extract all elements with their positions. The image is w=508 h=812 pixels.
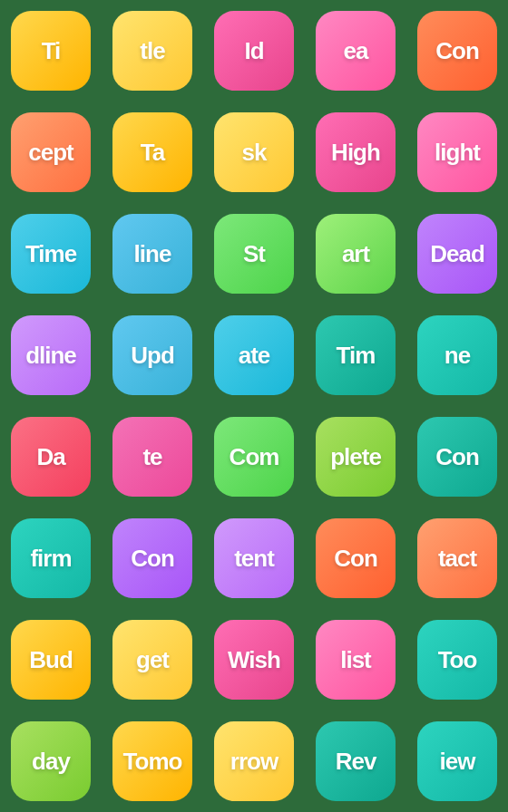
highlight-badge-2[interactable]: light	[417, 112, 497, 192]
budget-badge-2[interactable]: get	[112, 620, 192, 700]
confirm-badge-2-text: firm	[30, 545, 71, 573]
task-badge-2[interactable]: sk	[214, 112, 294, 192]
today-badge-1-text: day	[32, 748, 70, 776]
start-badge-1[interactable]: St	[214, 214, 294, 294]
deadline-badge-1[interactable]: Dead	[417, 214, 497, 294]
budget-badge-2-text: get	[136, 646, 169, 674]
time-badge-1[interactable]: Tim	[316, 315, 396, 395]
idea-badge-2-text: ea	[344, 37, 368, 65]
content-badge-2-text: tent	[234, 545, 274, 573]
time-badge-1-text: Tim	[337, 342, 376, 370]
timeline-badge-2[interactable]: line	[112, 214, 192, 294]
date-badge-2[interactable]: te	[112, 417, 192, 497]
complete-badge-1[interactable]: Com	[214, 417, 294, 497]
concept-badge-2[interactable]: cept	[11, 112, 91, 192]
deadline-badge-1-text: Dead	[430, 240, 484, 268]
budget-badge-1[interactable]: Bud	[11, 620, 91, 700]
tomorrow-badge-2-text: rrow	[230, 748, 278, 776]
time-badge-2-text: ne	[444, 342, 470, 370]
time-badge-2[interactable]: ne	[417, 315, 497, 395]
highlight-badge-2-text: light	[435, 139, 480, 167]
complete-badge-1-text: Com	[230, 443, 279, 471]
start-badge-2[interactable]: art	[316, 214, 396, 294]
tomorrow-badge-1[interactable]: Tomo	[112, 721, 192, 801]
task-badge-1-text: Ta	[141, 139, 164, 167]
tool-badge-1-text: Too	[438, 646, 477, 674]
complete-badge-2[interactable]: plete	[316, 417, 396, 497]
content-badge-1[interactable]: Con	[112, 518, 192, 598]
title-badge-2-text: tle	[140, 37, 164, 65]
wishlist-badge-1-text: Wish	[228, 646, 280, 674]
contact-badge-2[interactable]: tact	[417, 518, 497, 598]
update-badge-2[interactable]: ate	[214, 315, 294, 395]
deadline-badge-2[interactable]: dline	[11, 315, 91, 395]
tool-badge-1[interactable]: Too	[417, 620, 497, 700]
concept-badge-1[interactable]: Con	[417, 11, 497, 91]
tomorrow-badge-2[interactable]: rrow	[214, 721, 294, 801]
title-badge-2[interactable]: tle	[112, 11, 192, 91]
concept-badge-1-text: Con	[435, 37, 479, 65]
title-badge-1[interactable]: Ti	[11, 11, 91, 91]
highlight-badge-1[interactable]: High	[316, 112, 396, 192]
deadline-badge-2-text: dline	[25, 342, 76, 370]
date-badge-1-text: Da	[36, 443, 64, 471]
timeline-badge-1-text: Time	[25, 240, 76, 268]
content-badge-2[interactable]: tent	[214, 518, 294, 598]
wishlist-badge-2-text: list	[340, 646, 371, 674]
today-badge-1[interactable]: day	[11, 721, 91, 801]
confirm-badge-1[interactable]: Con	[417, 417, 497, 497]
idea-badge-2[interactable]: ea	[316, 11, 396, 91]
date-badge-1[interactable]: Da	[11, 417, 91, 497]
review-badge-1-text: Rev	[336, 748, 376, 776]
update-badge-1-text: Upd	[131, 342, 174, 370]
highlight-badge-1-text: High	[331, 139, 380, 167]
contact-badge-2-text: tact	[438, 545, 476, 573]
timeline-badge-2-text: line	[134, 240, 171, 268]
complete-badge-2-text: plete	[330, 443, 381, 471]
start-badge-1-text: St	[243, 240, 265, 268]
concept-badge-2-text: cept	[28, 139, 73, 167]
update-badge-1[interactable]: Upd	[112, 315, 192, 395]
date-badge-2-text: te	[142, 443, 161, 471]
review-badge-2-text: iew	[440, 748, 475, 776]
contact-badge-1[interactable]: Con	[316, 518, 396, 598]
task-badge-1[interactable]: Ta	[112, 112, 192, 192]
idea-badge-1-text: Id	[244, 37, 263, 65]
wishlist-badge-2[interactable]: list	[316, 620, 396, 700]
budget-badge-1-text: Bud	[29, 646, 73, 674]
review-badge-1[interactable]: Rev	[316, 721, 396, 801]
start-badge-2-text: art	[342, 240, 369, 268]
confirm-badge-1-text: Con	[435, 443, 479, 471]
wishlist-badge-1[interactable]: Wish	[214, 620, 294, 700]
update-badge-2-text: ate	[239, 342, 270, 370]
badge-grid: TitleIdeaConceptTaskHighlightTimelineSta…	[0, 0, 508, 812]
confirm-badge-2[interactable]: firm	[11, 518, 91, 598]
idea-badge-1[interactable]: Id	[214, 11, 294, 91]
tomorrow-badge-1-text: Tomo	[123, 748, 182, 776]
contact-badge-1-text: Con	[334, 545, 377, 573]
title-badge-1-text: Ti	[42, 37, 61, 65]
timeline-badge-1[interactable]: Time	[11, 214, 91, 294]
content-badge-1-text: Con	[131, 545, 174, 573]
review-badge-2[interactable]: iew	[417, 721, 497, 801]
task-badge-2-text: sk	[242, 139, 267, 167]
